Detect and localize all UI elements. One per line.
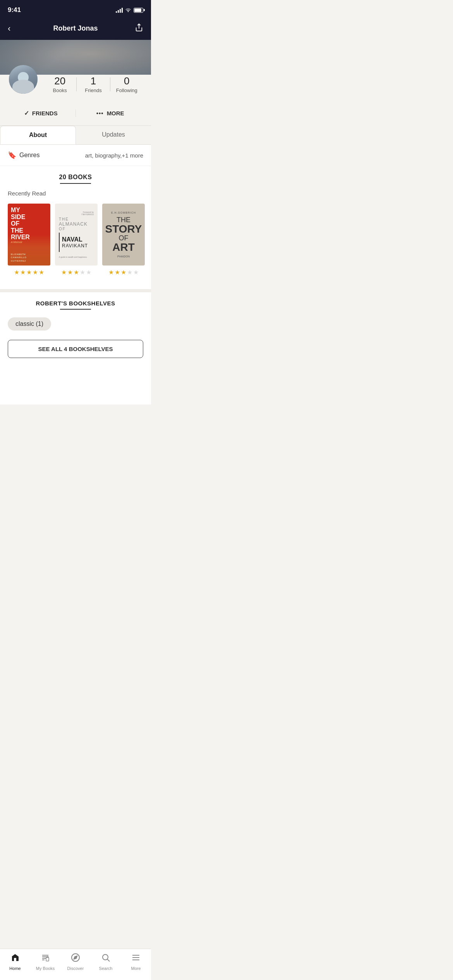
profile-section: 20 Books 1 Friends 0 Following xyxy=(0,75,151,95)
star-1: ★ xyxy=(14,269,19,276)
tab-about[interactable]: About xyxy=(0,126,76,144)
book3-of: OF xyxy=(119,235,129,242)
genres-left: 🔖 Genres xyxy=(8,151,39,159)
genres-value: art, biography,+1 more xyxy=(85,152,143,159)
star-2: ★ xyxy=(115,269,120,276)
stat-books[interactable]: 20 Books xyxy=(43,75,76,93)
check-icon: ✓ xyxy=(24,110,29,117)
book-cover-1: MYSIDEOFTHERIVER A Memoir ELIZABETHCAMAR… xyxy=(8,204,50,266)
book-cover-2: Foreword byTIM FERRISS THE ALMANACK OF N… xyxy=(55,204,98,266)
page-title: Robert Jonas xyxy=(53,24,98,33)
star-4: ★ xyxy=(127,269,132,276)
star-5: ★ xyxy=(133,269,139,276)
book2-divider: NAVAL RAVIKANT xyxy=(59,233,94,252)
books-scroll: MYSIDEOFTHERIVER A Memoir ELIZABETHCAMAR… xyxy=(0,200,151,282)
star-3: ★ xyxy=(26,269,32,276)
genres-row[interactable]: 🔖 Genres art, biography,+1 more xyxy=(0,145,151,166)
book2-ravikant: RAVIKANT xyxy=(62,243,88,248)
star-4: ★ xyxy=(33,269,38,276)
book3-stars: ★ ★ ★ ★ ★ xyxy=(102,269,145,276)
recently-read-label: Recently Read xyxy=(0,184,151,200)
book2-stars: ★ ★ ★ ★ ★ xyxy=(55,269,98,276)
avatar xyxy=(8,64,39,95)
stat-following[interactable]: 0 Following xyxy=(110,75,143,93)
signal-icon xyxy=(116,7,123,13)
see-all-bookshelves-button[interactable]: SEE ALL 4 BOOKSHELVES xyxy=(8,340,143,358)
book2-almanack: ALMANACK xyxy=(59,221,94,227)
book3-publisher: PHAIDON xyxy=(117,255,130,258)
status-time: 9:41 xyxy=(8,6,21,14)
shelf-tag-classic[interactable]: classic (1) xyxy=(8,317,51,331)
following-label: Following xyxy=(110,87,143,93)
book3-author: E.H.GOMBRICH xyxy=(111,211,136,214)
bookshelves-section: ROBERT'S BOOKSHELVES classic (1) SEE ALL… xyxy=(0,289,151,370)
wifi-icon xyxy=(125,7,131,13)
more-button[interactable]: ••• MORE xyxy=(76,106,145,120)
book-item-1[interactable]: MYSIDEOFTHERIVER A Memoir ELIZABETHCAMAR… xyxy=(8,204,50,276)
books-label: Books xyxy=(43,87,76,93)
book2-the: THE xyxy=(59,217,94,221)
profile-tabs: About Updates xyxy=(0,126,151,145)
book1-stars: ★ ★ ★ ★ ★ xyxy=(8,269,50,276)
book2-subtitle-text: A guide to wealth and happiness. xyxy=(59,256,94,258)
bookmark-icon: 🔖 xyxy=(8,151,16,159)
share-button[interactable] xyxy=(131,23,143,34)
friends-button[interactable]: ✓ FRIENDS xyxy=(6,106,76,120)
stats-row: 20 Books 1 Friends 0 Following xyxy=(43,75,143,93)
book2-of: OF xyxy=(59,227,94,231)
star-1: ★ xyxy=(108,269,114,276)
following-count: 0 xyxy=(110,75,143,87)
friends-button-label: FRIENDS xyxy=(32,110,58,117)
page-header: ‹ Robert Jonas xyxy=(0,19,151,40)
star-1: ★ xyxy=(61,269,67,276)
book2-naval: NAVAL xyxy=(62,236,88,243)
star-2: ★ xyxy=(20,269,26,276)
bookshelves-title: ROBERT'S BOOKSHELVES xyxy=(8,300,143,310)
tab-updates[interactable]: Updates xyxy=(76,126,151,144)
book3-the: THE xyxy=(117,216,130,223)
content-area: 🔖 Genres art, biography,+1 more 20 BOOKS… xyxy=(0,145,151,404)
status-bar: 9:41 xyxy=(0,0,151,19)
friends-count: 1 xyxy=(77,75,110,87)
books-section: 20 BOOKS Recently Read MYSIDEOFTHERIVER … xyxy=(0,166,151,286)
battery-icon xyxy=(134,8,143,13)
star-2: ★ xyxy=(67,269,73,276)
star-3: ★ xyxy=(74,269,79,276)
book2-foreword: Foreword byTIM FERRISS xyxy=(59,211,94,216)
star-5: ★ xyxy=(39,269,44,276)
star-3: ★ xyxy=(121,269,126,276)
books-count: 20 xyxy=(43,75,76,87)
stat-friends[interactable]: 1 Friends xyxy=(77,75,110,93)
book1-decoration xyxy=(8,235,50,266)
books-section-title: 20 BOOKS xyxy=(8,174,143,184)
book-item-2[interactable]: Foreword byTIM FERRISS THE ALMANACK OF N… xyxy=(55,204,98,276)
star-5: ★ xyxy=(86,269,91,276)
status-icons xyxy=(116,7,143,13)
book-item-3[interactable]: E.H.GOMBRICH THE STORY OF ART PHAIDON ★ … xyxy=(102,204,145,276)
book3-art: ART xyxy=(112,242,135,252)
more-button-label: MORE xyxy=(107,110,124,117)
book3-story: STORY xyxy=(105,224,142,234)
friends-label: Friends xyxy=(77,87,110,93)
book-cover-3: E.H.GOMBRICH THE STORY OF ART PHAIDON xyxy=(102,204,145,266)
genres-label: Genres xyxy=(19,152,39,159)
dots-icon: ••• xyxy=(96,110,104,117)
back-button[interactable]: ‹ xyxy=(8,24,20,34)
action-buttons: ✓ FRIENDS ••• MORE xyxy=(0,101,151,126)
star-4: ★ xyxy=(80,269,85,276)
